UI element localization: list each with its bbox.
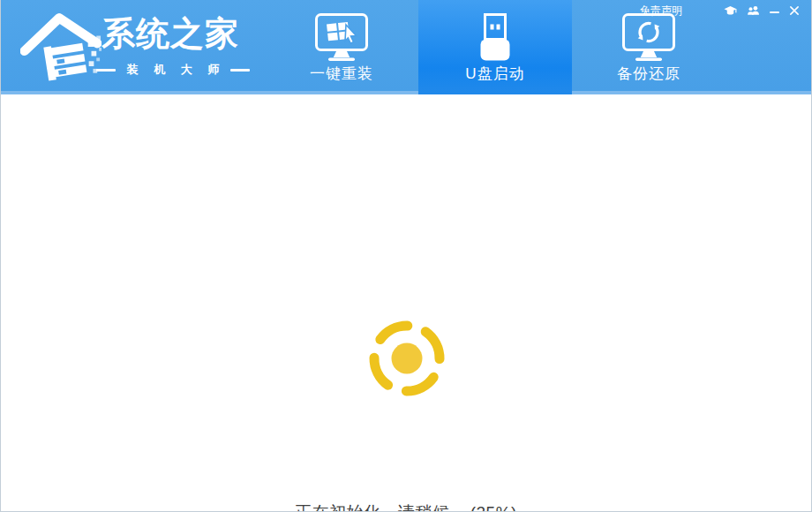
app-window: 系统之家 装 机 大 师 免责声明 bbox=[0, 0, 812, 512]
usb-drive-icon bbox=[475, 13, 515, 62]
house-logo-icon bbox=[20, 8, 102, 86]
user-group-icon[interactable] bbox=[747, 4, 760, 18]
main-nav-tabs: 一键重装 U盘启动 备份还原 bbox=[265, 0, 726, 94]
tab-label: U盘启动 bbox=[418, 64, 572, 84]
tab-label: 备份还原 bbox=[572, 64, 726, 84]
app-title: 系统之家 bbox=[102, 11, 252, 56]
close-icon bbox=[789, 5, 800, 16]
main-content: 正在初始化，请稍候... (25%) bbox=[1, 94, 811, 511]
minimize-button[interactable] bbox=[770, 4, 779, 18]
app-subtitle-row: 装 机 大 师 bbox=[102, 62, 244, 78]
minimize-icon bbox=[770, 11, 779, 13]
loading-status-text: 正在初始化，请稍候... (25%) bbox=[1, 501, 811, 512]
logo-text: 系统之家 装 机 大 师 bbox=[102, 11, 252, 78]
app-logo: 系统之家 装 机 大 师 bbox=[19, 4, 266, 88]
service-cap-icon[interactable] bbox=[724, 4, 737, 18]
close-button[interactable] bbox=[789, 4, 800, 18]
loading-spinner-icon bbox=[363, 314, 451, 403]
app-subtitle: 装 机 大 师 bbox=[127, 62, 226, 78]
tab-label: 一键重装 bbox=[265, 64, 418, 84]
tab-backup-restore[interactable]: 备份还原 bbox=[572, 0, 726, 91]
monitor-windows-icon bbox=[315, 13, 368, 63]
monitor-restore-icon bbox=[622, 13, 675, 63]
subtitle-dash-right bbox=[230, 69, 250, 72]
subtitle-dash-left bbox=[96, 69, 116, 72]
tab-one-key-reinstall[interactable]: 一键重装 bbox=[265, 0, 418, 91]
tab-usb-boot[interactable]: U盘启动 bbox=[418, 0, 572, 94]
